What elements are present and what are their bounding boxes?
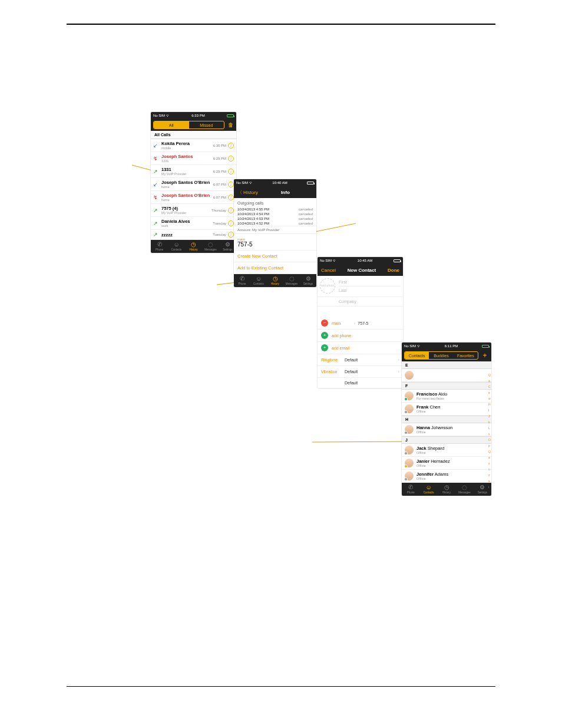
contact-row[interactable]: Frank ChenOffline xyxy=(402,403,491,416)
index-letter[interactable]: x xyxy=(488,432,491,436)
index-letter[interactable]: a xyxy=(488,479,491,483)
minus-icon[interactable]: − xyxy=(321,319,328,327)
info-icon[interactable]: i xyxy=(228,220,234,226)
seg-contacts[interactable]: Contacts xyxy=(405,352,429,359)
phone-row[interactable]: − main › 757-5 xyxy=(318,317,403,330)
call-row[interactable]: ↗7575 (4)My VoIP ProviderThursdayi xyxy=(151,204,236,217)
tab-phone[interactable]: ✆Phone xyxy=(151,240,168,253)
chevron-left-icon: 〈 xyxy=(237,189,242,196)
alpha-index[interactable]: QaCewHIJkLxOpQasuzai xyxy=(488,373,491,489)
tab-settings[interactable]: ⚙Settings xyxy=(300,274,316,287)
call-row[interactable]: ↗zzzzz Tuesdayi xyxy=(151,230,236,240)
index-letter[interactable]: O xyxy=(488,438,491,442)
carrier-text: No SIM xyxy=(153,114,165,117)
phone-label[interactable]: main xyxy=(332,321,352,325)
cancel-button[interactable]: Cancel xyxy=(321,268,336,273)
svg-text:↯: ↯ xyxy=(153,156,158,162)
bubble-icon: ◌ xyxy=(208,242,213,248)
create-new-contact-link[interactable]: Create New Contact xyxy=(234,251,316,262)
call-row[interactable]: ↯Joseph Santos13316:29 PMi xyxy=(151,152,236,165)
call-row[interactable]: ↯Joseph Santos O'Brienhome6:07 PMi xyxy=(151,191,236,204)
call-name: 7575 (4) xyxy=(161,206,211,211)
clock-text: 10:45 AM xyxy=(358,259,372,262)
plus-icon[interactable]: + xyxy=(321,344,328,351)
index-letter[interactable]: I xyxy=(488,409,491,412)
tab-messages[interactable]: ◌Messages xyxy=(202,240,219,253)
add-contact-icon[interactable]: + xyxy=(481,351,489,360)
gear-icon: ⚙ xyxy=(225,242,230,248)
phone-value[interactable]: 757-5 xyxy=(358,321,368,325)
tab-contacts[interactable]: ☺Contacts xyxy=(419,483,437,496)
contact-row[interactable] xyxy=(402,369,491,382)
filter-all[interactable]: All xyxy=(154,121,189,129)
tab-contacts[interactable]: ☺Contacts xyxy=(168,240,185,253)
tab-history[interactable]: ◷History xyxy=(267,274,283,287)
index-letter[interactable]: z xyxy=(488,473,491,477)
index-letter[interactable]: Q xyxy=(488,373,491,377)
info-icon[interactable]: i xyxy=(228,143,234,149)
delete-icon[interactable]: 🗑 xyxy=(227,121,234,129)
info-icon[interactable]: i xyxy=(228,232,234,238)
contact-row[interactable]: Jack ShepardOffline xyxy=(402,444,491,457)
index-letter[interactable]: a xyxy=(488,456,491,459)
info-icon[interactable]: i xyxy=(228,169,234,174)
person-icon: ☺ xyxy=(173,242,179,248)
battery-icon xyxy=(227,114,234,117)
company-field[interactable]: Company xyxy=(318,297,403,307)
done-button[interactable]: Done xyxy=(388,268,399,273)
contacts-segmented[interactable]: Contacts Buddies Favorites xyxy=(404,351,478,360)
seg-buddies[interactable]: Buddies xyxy=(429,352,453,359)
add-phone-row[interactable]: + add phone xyxy=(318,330,403,342)
contact-row[interactable]: Francisco AldoFor meet two-faces xyxy=(402,390,491,403)
add-existing-contact-link[interactable]: Add to Existing Contact xyxy=(234,262,316,274)
call-row[interactable]: ↗1331 My VoIP Provider6:29 PMi xyxy=(151,165,236,178)
call-row[interactable]: ↙Joseph Santos O'Brienhome6:07 PMi xyxy=(151,178,236,191)
call-log-entry: 10/24/2013 4:52 PMcanceled xyxy=(234,221,316,226)
contact-row[interactable]: Jennifer AdamsOffline xyxy=(402,470,491,483)
add-photo-button[interactable]: add photo xyxy=(320,278,335,294)
index-letter[interactable]: J xyxy=(488,414,491,418)
tab-contacts[interactable]: ☺Contacts xyxy=(250,274,267,287)
index-letter[interactable]: L xyxy=(488,426,491,430)
last-name-field[interactable]: Last xyxy=(339,286,401,294)
index-letter[interactable]: s xyxy=(488,462,491,465)
contact-row[interactable]: Hanna JohanssonOffline xyxy=(402,423,491,436)
history-filter-segmented[interactable]: All Missed xyxy=(153,121,224,129)
index-letter[interactable]: H xyxy=(488,403,491,406)
filter-missed[interactable]: Missed xyxy=(189,121,224,129)
ringtone-row[interactable]: Ringtone Default › xyxy=(318,354,403,366)
call-row[interactable]: ↗Daniela AlvesworkTuesdayi xyxy=(151,217,236,230)
tab-history[interactable]: ◷History xyxy=(438,483,455,496)
index-letter[interactable]: e xyxy=(488,391,491,394)
vibration-row[interactable]: Vibration Default › xyxy=(318,366,403,378)
seg-favorites[interactable]: Favorites xyxy=(454,352,478,359)
tab-messages[interactable]: ◌Messages xyxy=(283,274,300,287)
tab-history[interactable]: ◷History xyxy=(185,240,202,253)
contact-row[interactable]: Janier HernadezOffline xyxy=(402,457,491,470)
index-letter[interactable]: w xyxy=(488,397,491,400)
info-icon[interactable]: i xyxy=(228,207,234,213)
index-letter[interactable]: k xyxy=(488,420,491,424)
info-icon[interactable]: i xyxy=(228,182,234,187)
back-button[interactable]: 〈History xyxy=(237,189,258,196)
info-icon[interactable]: i xyxy=(228,156,234,162)
call-direction-icon: ↗ xyxy=(153,220,159,226)
index-letter[interactable]: u xyxy=(488,467,491,471)
index-letter[interactable]: p xyxy=(488,444,491,447)
clock-icon: ◷ xyxy=(444,485,449,490)
index-letter[interactable]: C xyxy=(488,385,491,388)
tab-messages[interactable]: ◌Messages xyxy=(455,483,473,496)
call-row[interactable]: ↙Kokila Pereramobile6:30 PMi xyxy=(151,139,236,152)
add-email-row[interactable]: + add email xyxy=(318,342,403,354)
index-letter[interactable]: Q xyxy=(488,450,491,453)
tab-phone[interactable]: ✆Phone xyxy=(234,274,250,287)
index-letter[interactable]: a xyxy=(488,379,491,383)
index-letter[interactable]: i xyxy=(488,485,491,489)
plus-icon[interactable]: + xyxy=(321,332,328,339)
avatar xyxy=(405,404,414,413)
info-icon[interactable]: i xyxy=(228,195,234,200)
first-name-field[interactable]: First xyxy=(339,278,401,286)
texttone-row[interactable]: Default xyxy=(318,378,403,388)
tab-phone[interactable]: ✆Phone xyxy=(402,483,419,496)
contact-name: Janier Hernadez xyxy=(416,459,488,464)
